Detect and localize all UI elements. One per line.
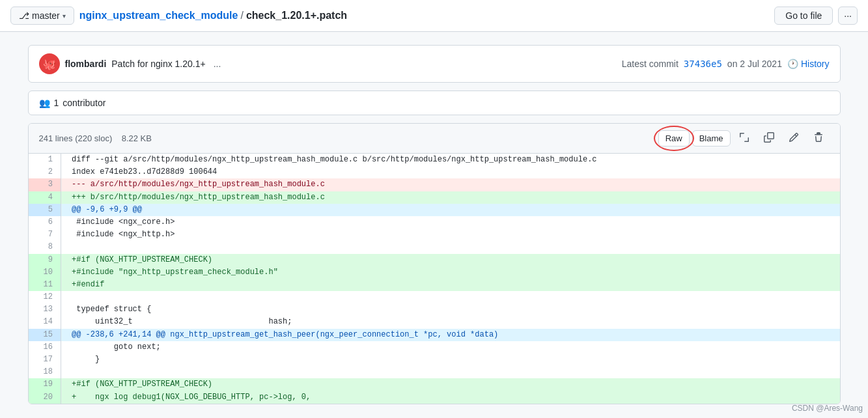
- line-number: 5: [29, 204, 61, 216]
- commit-author[interactable]: flombardi: [65, 59, 107, 69]
- line-number: 13: [29, 303, 61, 316]
- lines-info: 241 lines (220 sloc): [39, 133, 113, 143]
- commit-hash-link[interactable]: 37436e5: [684, 59, 722, 69]
- line-code: + ngx log debug1(NGX_LOG_DEBUG_HTTP, pc-…: [61, 391, 840, 404]
- line-code: #include <ngx_http.h>: [61, 229, 840, 241]
- file-header: 241 lines (220 sloc) 8.22 KB Raw Blame: [29, 124, 840, 154]
- line-number: 8: [29, 241, 61, 253]
- table-row: 15@@ -238,6 +241,14 @@ ngx_http_upstream…: [29, 329, 840, 341]
- table-row: 5@@ -9,6 +9,9 @@: [29, 204, 840, 216]
- raw-button[interactable]: Raw: [658, 130, 690, 146]
- file-content-box: 241 lines (220 sloc) 8.22 KB Raw Blame: [28, 123, 841, 404]
- table-row: 16 goto next;: [29, 341, 840, 354]
- more-options-button[interactable]: ···: [838, 7, 858, 25]
- table-row: 11+#endif: [29, 279, 840, 291]
- line-number: 7: [29, 229, 61, 241]
- line-code: --- a/src/http/modules/ngx_http_upstream…: [61, 178, 840, 191]
- line-number: 6: [29, 216, 61, 229]
- avatar-icon: 🐙: [43, 58, 56, 70]
- top-bar-left: ⎇ master ▾ nginx_upstream_check_module /…: [10, 7, 347, 25]
- blame-button[interactable]: Blame: [692, 130, 731, 146]
- top-bar-right: Go to file ···: [774, 7, 858, 25]
- history-icon: 🕐: [787, 59, 798, 69]
- file-meta: 241 lines (220 sloc) 8.22 KB: [39, 133, 152, 143]
- table-row: 13 typedef struct {: [29, 303, 840, 316]
- line-code: +#if (NGX_HTTP_UPSTREAM_CHECK): [61, 254, 840, 266]
- line-code: +#if (NGX_HTTP_UPSTREAM_CHECK): [61, 378, 840, 391]
- line-number: 18: [29, 366, 61, 378]
- copy-icon[interactable]: [758, 129, 780, 148]
- line-number: 9: [29, 254, 61, 266]
- contributors-label: contributor: [63, 98, 105, 108]
- table-row: 19+#if (NGX_HTTP_UPSTREAM_CHECK): [29, 378, 840, 391]
- table-row: 18: [29, 366, 840, 378]
- line-code: index e741eb23..d7d288d9 100644: [61, 166, 840, 178]
- line-number: 19: [29, 378, 61, 391]
- table-row: 17 }: [29, 354, 840, 366]
- table-row: 1diff --git a/src/http/modules/ngx_http_…: [29, 154, 840, 166]
- line-number: 11: [29, 279, 61, 291]
- line-number: 10: [29, 266, 61, 279]
- line-number: 16: [29, 341, 61, 354]
- commit-date: on 2 Jul 2021: [727, 59, 782, 69]
- table-row: 2index e741eb23..d7d288d9 100644: [29, 166, 840, 178]
- table-row: 14 uint32_t hash;: [29, 316, 840, 328]
- line-code: }: [61, 354, 840, 366]
- repo-link[interactable]: nginx_upstream_check_module: [79, 10, 238, 21]
- line-number: 12: [29, 291, 61, 303]
- breadcrumb-separator: /: [240, 10, 243, 21]
- watermark: CSDN @Ares-Wang: [792, 404, 863, 413]
- file-actions: Raw Blame: [658, 129, 830, 148]
- line-code: [61, 241, 840, 253]
- line-number: 4: [29, 191, 61, 204]
- history-label: History: [801, 59, 830, 69]
- file-size: 8.22 KB: [122, 133, 152, 143]
- line-code: uint32_t hash;: [61, 316, 840, 328]
- raw-button-wrapper: Raw: [658, 130, 690, 146]
- table-row: 9+#if (NGX_HTTP_UPSTREAM_CHECK): [29, 254, 840, 266]
- commit-left: 🐙 flombardi Patch for nginx 1.20.1+ ...: [39, 53, 221, 74]
- line-code: [61, 366, 840, 378]
- line-number: 15: [29, 329, 61, 341]
- line-code: +#include "ngx_http_upstream_check_modul…: [61, 266, 840, 279]
- expand-icon[interactable]: [733, 129, 755, 148]
- line-code: @@ -9,6 +9,9 @@: [61, 204, 840, 216]
- top-bar: ⎇ master ▾ nginx_upstream_check_module /…: [0, 0, 868, 32]
- contributors-count: 1: [54, 98, 59, 108]
- line-code: diff --git a/src/http/modules/ngx_http_u…: [61, 154, 840, 166]
- table-row: 10+#include "ngx_http_upstream_check_mod…: [29, 266, 840, 279]
- line-code: +++ b/src/http/modules/ngx_http_upstream…: [61, 191, 840, 204]
- commit-message: Patch for nginx 1.20.1+: [111, 59, 205, 69]
- line-code: typedef struct {: [61, 303, 840, 316]
- delete-icon[interactable]: [807, 129, 830, 148]
- history-link[interactable]: 🕐 History: [787, 59, 830, 69]
- table-row: 4+++ b/src/http/modules/ngx_http_upstrea…: [29, 191, 840, 204]
- line-number: 3: [29, 178, 61, 191]
- table-row: 8: [29, 241, 840, 253]
- branch-label: master: [32, 10, 60, 21]
- line-code: goto next;: [61, 341, 840, 354]
- main-content: 🐙 flombardi Patch for nginx 1.20.1+ ... …: [18, 45, 851, 404]
- line-number: 20: [29, 391, 61, 404]
- go-to-file-button[interactable]: Go to file: [774, 7, 833, 25]
- breadcrumb: nginx_upstream_check_module / check_1.20…: [79, 10, 347, 21]
- line-code: [61, 291, 840, 303]
- branch-selector[interactable]: ⎇ master ▾: [10, 7, 74, 25]
- edit-icon[interactable]: [783, 129, 805, 148]
- line-number: 14: [29, 316, 61, 328]
- contributors-icon: 👥: [39, 98, 50, 108]
- line-code: #include <ngx_core.h>: [61, 216, 840, 229]
- table-row: 20+ ngx log debug1(NGX_LOG_DEBUG_HTTP, p…: [29, 391, 840, 404]
- line-number: 2: [29, 166, 61, 178]
- table-row: 7 #include <ngx_http.h>: [29, 229, 840, 241]
- line-code: +#endif: [61, 279, 840, 291]
- code-table: 1diff --git a/src/http/modules/ngx_http_…: [29, 154, 840, 404]
- table-row: 3--- a/src/http/modules/ngx_http_upstrea…: [29, 178, 840, 191]
- avatar: 🐙: [39, 53, 60, 74]
- filename: check_1.20.1+.patch: [246, 10, 347, 21]
- commit-dots[interactable]: ...: [214, 59, 221, 69]
- line-number: 1: [29, 154, 61, 166]
- commit-right: Latest commit 37436e5 on 2 Jul 2021 🕐 Hi…: [622, 59, 830, 69]
- branch-icon: ⎇: [19, 10, 29, 21]
- line-number: 17: [29, 354, 61, 366]
